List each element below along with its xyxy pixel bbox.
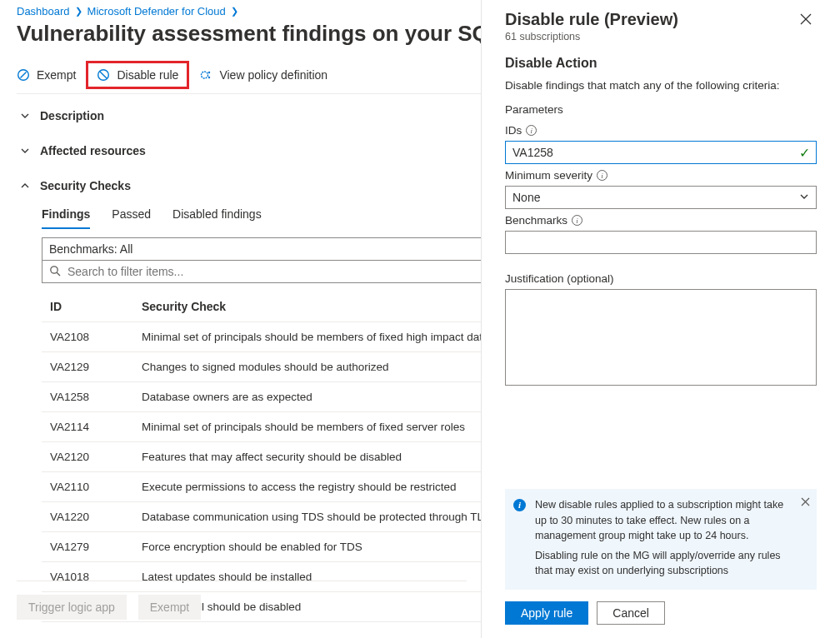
info-icon[interactable]: i [572,215,582,226]
panel-subtitle: 61 subscriptions [505,31,678,42]
disable-rule-label: Disable rule [117,68,178,82]
min-severity-select[interactable]: None [505,186,817,209]
chevron-right-icon: ❯ [75,6,82,17]
exempt-label: Exempt [37,68,76,82]
svg-point-7 [51,266,58,272]
breadcrumb-dashboard[interactable]: Dashboard [17,5,70,17]
min-severity-label: Minimum severity [505,169,592,182]
banner-line1: New disable rules applied to a subscript… [535,497,792,542]
view-policy-button[interactable]: View policy definition [199,68,328,82]
svg-point-5 [208,72,210,73]
disable-rule-panel: Disable rule (Preview) 61 subscriptions … [482,0,840,638]
tab-findings[interactable]: Findings [42,202,90,229]
info-icon[interactable]: i [526,125,537,136]
svg-line-8 [57,272,60,276]
cell-id: VA2129 [42,352,133,382]
panel-description: Disable findings that match any of the f… [505,79,817,92]
view-policy-label: View policy definition [219,68,328,82]
svg-line-3 [100,72,107,78]
justification-label: Justification (optional) [505,272,614,285]
info-icon[interactable]: i [597,170,608,181]
section-security-checks-label: Security Checks [40,179,131,192]
ids-input[interactable] [505,141,817,164]
cell-id: VA1258 [42,382,133,412]
svg-point-6 [208,77,210,78]
chevron-right-icon: ❯ [231,6,238,17]
svg-point-4 [202,72,208,78]
cell-id: VA2120 [42,442,133,472]
banner-line2: Disabling rule on the MG will apply/over… [535,548,792,578]
section-affected-label: Affected resources [40,144,146,157]
checkmark-icon: ✓ [799,145,810,161]
apply-rule-button[interactable]: Apply rule [505,601,588,625]
search-icon [49,265,61,279]
svg-line-1 [21,72,27,78]
info-icon: i [513,499,526,511]
tab-passed[interactable]: Passed [112,202,151,229]
cell-id: VA1220 [42,502,133,532]
benchmarks-label: Benchmarks [505,214,568,227]
footer-exempt-button[interactable]: Exempt [138,595,201,620]
chevron-up-icon [20,181,30,191]
col-id[interactable]: ID [42,295,133,322]
cell-id: VA2114 [42,412,133,442]
policy-icon [199,68,212,82]
ids-label: IDs [505,124,522,137]
chevron-down-icon [799,191,809,204]
benchmarks-input[interactable] [505,231,817,254]
parameters-label: Parameters [505,103,817,116]
breadcrumb-defender[interactable]: Microsoft Defender for Cloud [88,5,226,17]
info-banner: i New disable rules applied to a subscri… [505,489,817,590]
chevron-down-icon [20,111,30,121]
cancel-button[interactable]: Cancel [597,601,665,625]
cell-id: VA2110 [42,472,133,502]
panel-section-title: Disable Action [505,56,817,71]
trigger-logic-app-button[interactable]: Trigger logic app [17,595,127,620]
exempt-button[interactable]: Exempt [17,68,76,82]
close-icon[interactable] [801,494,810,511]
tab-disabled-findings[interactable]: Disabled findings [172,202,262,229]
cell-id: VA2108 [42,322,133,352]
exempt-icon [17,68,30,82]
footer-bar: Trigger logic app Exempt [17,581,467,620]
chevron-down-icon [20,146,30,156]
min-severity-value: None [512,191,540,204]
close-icon[interactable] [795,8,817,32]
panel-title: Disable rule (Preview) [505,10,678,29]
justification-textarea[interactable] [505,289,817,386]
disable-icon [97,68,110,82]
disable-rule-button[interactable]: Disable rule [86,61,189,89]
section-description-label: Description [40,109,104,122]
cell-id: VA1279 [42,532,133,562]
